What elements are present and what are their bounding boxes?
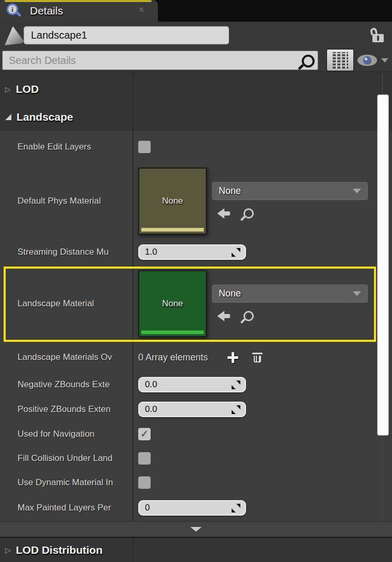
row-landscape-materials-override: Landscape Materials Ov 0 Array elements <box>0 342 382 372</box>
phys-material-thumbnail[interactable]: None <box>138 168 207 235</box>
property-label: Positive ZBounds Exten <box>0 404 133 415</box>
enable-edit-layers-checkbox[interactable] <box>138 141 151 153</box>
row-landscape-material: Landscape Material None None <box>0 265 382 342</box>
info-letter: i <box>11 6 13 13</box>
property-label: Enable Edit Layers <box>0 142 133 152</box>
check-icon: ✓ <box>140 429 149 439</box>
streaming-distance-spinbox[interactable]: 1.0 <box>138 244 246 260</box>
search-input[interactable] <box>2 51 318 70</box>
section-label: LOD <box>16 83 39 95</box>
collapsed-arrow-icon: ▷ <box>5 547 11 554</box>
spinbox-value: 1.0 <box>145 247 232 257</box>
unlock-icon[interactable] <box>372 34 384 42</box>
value-drag-icon <box>232 381 240 389</box>
value-drag-icon <box>232 504 240 513</box>
show-advanced-expander[interactable] <box>0 521 392 537</box>
property-label: Used for Navigation <box>0 429 133 439</box>
spinbox-value: 0.0 <box>145 404 232 415</box>
browse-asset-icon[interactable] <box>243 208 254 219</box>
row-positive-zbounds: Positive ZBounds Exten 0.0 <box>0 397 382 422</box>
thumbnail-text: None <box>162 299 183 309</box>
details-panel: i Details ✕ Enable Edit Layers <box>0 0 392 562</box>
use-selected-asset-icon[interactable] <box>217 311 231 321</box>
property-label: Fill Collision Under Land <box>0 453 133 464</box>
row-use-dynamic-material: Use Dynamic Material In <box>0 470 382 494</box>
add-element-icon[interactable] <box>227 352 238 363</box>
landscape-actor-icon <box>3 25 24 45</box>
use-selected-asset-icon[interactable] <box>217 208 231 219</box>
property-label: Streaming Distance Mu <box>0 247 133 257</box>
landscape-material-thumbnail[interactable]: None <box>138 270 207 337</box>
spinbox-value: 0 <box>145 503 232 513</box>
negative-zbounds-spinbox[interactable]: 0.0 <box>138 377 246 392</box>
view-options-button[interactable] <box>357 54 389 67</box>
grid-icon <box>333 52 348 69</box>
tab-title: Details <box>30 0 63 22</box>
eye-icon <box>357 55 377 66</box>
section-label: LOD Distribution <box>16 544 103 556</box>
chevron-down-icon <box>353 291 361 296</box>
dropdown-value: None <box>219 288 241 299</box>
section-header-landscape[interactable]: Landscape <box>0 103 392 131</box>
dropdown-value: None <box>219 186 241 196</box>
spinbox-value: 0.0 <box>145 379 232 390</box>
details-info-magnifier-icon: i <box>7 4 18 15</box>
section-label: Landscape <box>17 111 73 123</box>
search-row <box>0 49 392 72</box>
section-header-lod-distribution[interactable]: ▷ LOD Distribution <box>0 537 392 562</box>
column-divider <box>133 538 134 562</box>
value-drag-icon <box>232 405 240 414</box>
row-max-painted-layers: Max Painted Layers Per 0 <box>0 494 382 521</box>
tab-bar: i Details ✕ <box>0 0 392 22</box>
landscape-section-body: Enable Edit Layers Default Phys Material… <box>0 131 392 521</box>
clear-array-trash-icon[interactable] <box>252 352 263 363</box>
search-icon <box>302 55 315 68</box>
browse-asset-icon[interactable] <box>243 311 254 321</box>
object-name-field[interactable] <box>24 26 229 44</box>
use-dynamic-material-checkbox[interactable] <box>138 476 151 489</box>
max-painted-layers-spinbox[interactable]: 0 <box>138 500 246 516</box>
landscape-material-dropdown[interactable]: None <box>212 285 368 303</box>
phys-material-dropdown[interactable]: None <box>212 182 368 200</box>
object-header-row <box>0 22 392 49</box>
tab-close-icon[interactable]: ✕ <box>138 6 145 13</box>
chevron-down-icon <box>353 189 361 193</box>
property-label: Default Phys Material <box>0 196 133 206</box>
section-header-lod[interactable]: ▷ LOD <box>0 75 392 103</box>
scrollbar-thumb[interactable] <box>377 94 389 436</box>
property-label: Landscape Material <box>0 299 133 309</box>
properties-area: Enable Edit Layers Default Phys Material… <box>0 72 392 537</box>
row-default-phys-material: Default Phys Material None None <box>0 163 382 239</box>
chevron-down-icon <box>381 58 388 62</box>
value-drag-icon <box>232 248 240 257</box>
property-label: Max Painted Layers Per <box>0 503 133 513</box>
row-fill-collision: Fill Collision Under Land <box>0 446 382 470</box>
expander-arrow-icon <box>190 527 202 532</box>
column-divider <box>133 72 134 521</box>
row-negative-zbounds: Negative ZBounds Exte 0.0 <box>0 372 382 397</box>
tab-details[interactable]: i Details ✕ <box>0 0 158 22</box>
property-label: Negative ZBounds Exte <box>0 379 133 390</box>
fill-collision-checkbox[interactable] <box>138 452 151 465</box>
thumbnail-text: None <box>162 196 183 206</box>
property-label: Use Dynamic Material In <box>0 477 133 488</box>
row-enable-edit-layers: Enable Edit Layers <box>0 131 382 163</box>
expanded-arrow-icon <box>5 114 11 120</box>
used-for-navigation-checkbox[interactable]: ✓ <box>138 428 151 440</box>
array-elements-count: 0 Array elements <box>138 352 208 363</box>
row-streaming-distance: Streaming Distance Mu 1.0 <box>0 239 382 265</box>
property-label: Landscape Materials Ov <box>0 352 133 362</box>
positive-zbounds-spinbox[interactable]: 0.0 <box>138 402 246 417</box>
collapsed-arrow-icon: ▷ <box>5 86 11 93</box>
property-matrix-button[interactable] <box>326 49 354 71</box>
row-used-for-navigation: Used for Navigation ✓ <box>0 422 382 446</box>
